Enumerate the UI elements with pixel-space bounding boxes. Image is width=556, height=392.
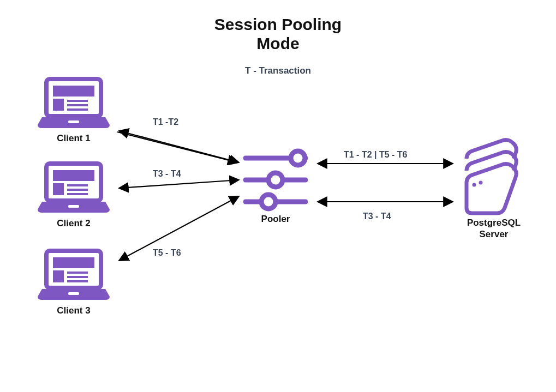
- diagram-canvas: Session Pooling Mode T - Transaction: [0, 0, 556, 392]
- svg-rect-8: [53, 170, 94, 181]
- client3-laptop-icon: [38, 251, 110, 300]
- svg-rect-11: [67, 189, 88, 191]
- client3-label: Client 3: [41, 305, 106, 316]
- client1-label: Client 1: [41, 133, 106, 144]
- svg-rect-17: [67, 272, 88, 274]
- edge-c1-pooler: [119, 131, 239, 162]
- svg-rect-2: [53, 99, 64, 111]
- svg-rect-1: [53, 86, 94, 97]
- edge-label-c1: T1 -T2: [153, 117, 178, 127]
- client1-laptop-icon: [38, 79, 110, 128]
- server-label-line2: Server: [480, 229, 509, 239]
- svg-rect-3: [67, 100, 88, 102]
- edge-label-bottom: T3 - T4: [363, 212, 391, 221]
- svg-rect-18: [67, 276, 88, 278]
- svg-point-27: [473, 183, 476, 187]
- svg-point-28: [479, 181, 483, 185]
- edge-label-c2: T3 - T4: [153, 169, 181, 179]
- svg-rect-9: [53, 183, 64, 195]
- edge-label-c3: T5 - T6: [153, 248, 181, 258]
- svg-rect-15: [53, 257, 94, 268]
- client2-laptop-icon: [38, 164, 110, 213]
- server-label-line1: PostgreSQL: [467, 218, 521, 228]
- postgresql-database-icon: [467, 140, 516, 213]
- svg-rect-16: [53, 270, 64, 282]
- svg-rect-10: [67, 184, 88, 186]
- edge-label-top: T1 - T2 | T5 - T6: [344, 150, 408, 160]
- svg-point-22: [291, 151, 305, 165]
- svg-rect-20: [68, 292, 79, 295]
- svg-point-26: [261, 195, 276, 209]
- svg-point-24: [268, 173, 283, 187]
- client2-label: Client 2: [41, 218, 106, 229]
- svg-rect-5: [67, 108, 88, 111]
- svg-rect-12: [67, 193, 88, 195]
- svg-rect-4: [67, 104, 88, 106]
- server-label: PostgreSQL Server: [453, 217, 535, 240]
- edge-c2-pooler: [119, 180, 239, 188]
- pooler-sliders-icon: [246, 151, 306, 209]
- pooler-label: Pooler: [246, 214, 306, 225]
- svg-rect-13: [68, 205, 79, 208]
- svg-rect-19: [67, 280, 88, 282]
- svg-rect-6: [68, 120, 79, 123]
- diagram-svg: [0, 0, 556, 392]
